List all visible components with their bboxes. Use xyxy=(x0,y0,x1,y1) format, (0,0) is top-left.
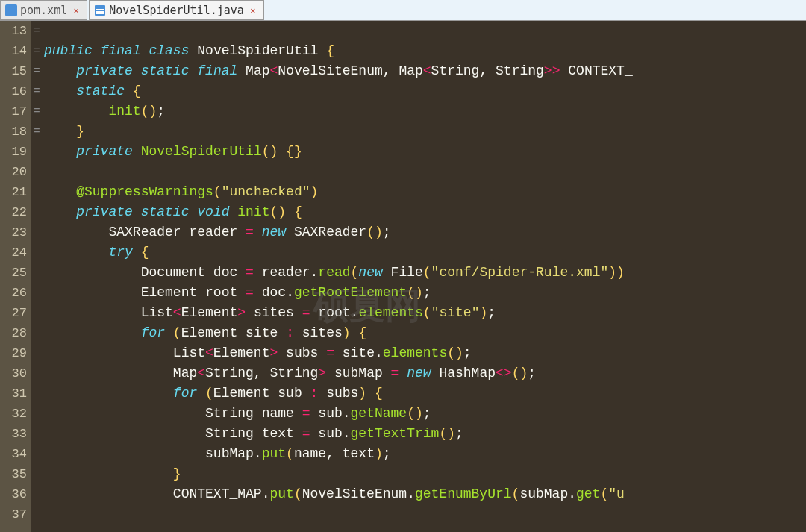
code-editor[interactable]: 1314151617181920212223242526272829303132… xyxy=(0,21,806,532)
code-area[interactable]: public final class NovelSpiderUtil { pri… xyxy=(43,21,806,532)
tab-novelspiderutil[interactable]: NovelSpiderUtil.java ✕ xyxy=(89,0,264,20)
line-number-gutter: 1314151617181920212223242526272829303132… xyxy=(0,21,31,532)
tab-bar: pom.xml ✕ NovelSpiderUtil.java ✕ xyxy=(0,0,806,21)
tab-label: pom.xml xyxy=(20,4,67,17)
close-icon[interactable]: ✕ xyxy=(70,4,82,16)
tab-label: NovelSpiderUtil.java xyxy=(109,4,244,17)
java-file-icon xyxy=(94,4,106,16)
xml-file-icon xyxy=(5,4,17,16)
fold-gutter[interactable]: ====== xyxy=(31,21,43,532)
tab-pom-xml[interactable]: pom.xml ✕ xyxy=(0,0,87,20)
close-icon[interactable]: ✕ xyxy=(247,4,259,16)
